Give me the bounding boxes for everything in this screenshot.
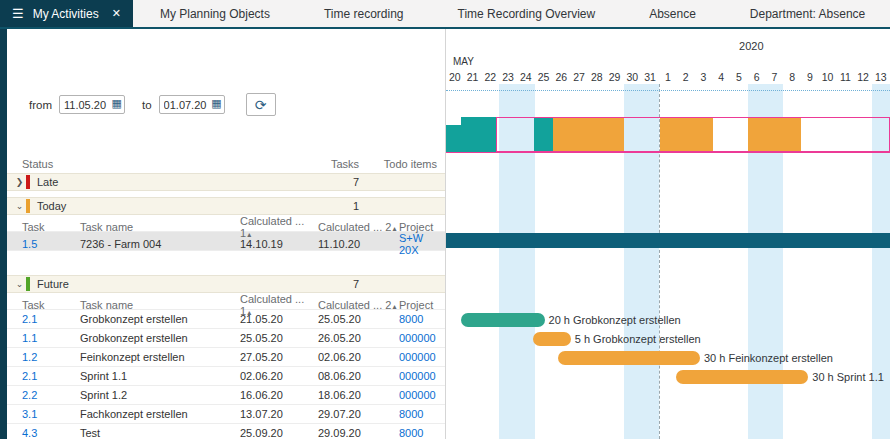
- calc2-column-header[interactable]: Calculated ... 2▴: [318, 299, 399, 311]
- group-label: Today: [30, 200, 287, 212]
- task-id-link[interactable]: 1.2: [22, 351, 80, 363]
- gantt-day-label: 6: [748, 71, 766, 83]
- tab-time-recording-overview[interactable]: Time Recording Overview: [431, 0, 623, 27]
- chevron-down-icon[interactable]: ⌄: [13, 279, 26, 289]
- calc-date-2: 18.06.20: [318, 389, 399, 401]
- calc-date-2: 29.09.20: [318, 427, 399, 439]
- tab-bar: ☰ My Activities ✕ My Planning Objects Ti…: [0, 0, 890, 29]
- gantt-bar[interactable]: [446, 233, 890, 248]
- calc-date-1: 13.07.20: [240, 408, 318, 420]
- tab-department-absence[interactable]: Department: Absence: [723, 0, 890, 27]
- gantt-body: 20 h Grobkonzept erstellen5 h Grobkonzep…: [446, 84, 890, 439]
- calc-date-1: 21.05.20: [240, 313, 318, 325]
- calc2-column-header[interactable]: Calculated ... 2▴: [318, 221, 399, 233]
- tab-time-recording[interactable]: Time recording: [297, 0, 431, 27]
- from-date-field[interactable]: ▦: [59, 95, 125, 114]
- capacity-limit-line: [446, 152, 890, 153]
- gantt-day-label: 20: [446, 71, 464, 83]
- table-column-header: Task Task name Calculated ... 1▴ Calcula…: [7, 293, 445, 310]
- gantt-panel: 2020 MAY 2021222324252627282930311234567…: [445, 29, 890, 439]
- task-id-link[interactable]: 1.1: [22, 332, 80, 344]
- calc-date-1: 14.10.19: [240, 238, 318, 250]
- activities-table: Status Tasks Todo items ❯ Late 7 ⌄ Today…: [7, 155, 445, 439]
- project-link[interactable]: 000000: [399, 332, 445, 344]
- tab-my-activities[interactable]: ☰ My Activities ✕: [0, 0, 133, 27]
- to-date-field[interactable]: ▦: [159, 95, 225, 114]
- gantt-day-label: 29: [606, 71, 624, 83]
- task-column-header: Task: [22, 299, 80, 311]
- tab-absence[interactable]: Absence: [622, 0, 723, 27]
- gantt-day-label: 5: [730, 71, 748, 83]
- gantt-day-label: 9: [801, 71, 819, 83]
- gantt-year-label: 2020: [739, 40, 763, 52]
- gantt-bar[interactable]: [676, 370, 808, 384]
- gantt-bar[interactable]: [533, 332, 571, 346]
- todo-items-column-header: Todo items: [359, 158, 437, 170]
- capacity-guide-line: [446, 90, 890, 91]
- calendar-icon[interactable]: ▦: [211, 97, 221, 110]
- project-link[interactable]: 8000: [399, 408, 445, 420]
- calc1-column-header[interactable]: Calculated ... 1▴: [240, 215, 318, 239]
- gantt-day-row: 2021222324252627282930311234567891011121…: [446, 71, 890, 83]
- table-row[interactable]: 2.2 Sprint 1.2 16.06.20 18.06.20 000000: [7, 386, 445, 405]
- table-row[interactable]: 3.1 Fachkonzept erstellen 13.07.20 29.07…: [7, 405, 445, 424]
- close-icon[interactable]: ✕: [112, 7, 121, 20]
- gantt-bar[interactable]: [461, 313, 544, 327]
- sort-ascending-icon: ▴: [392, 302, 396, 311]
- gantt-bar[interactable]: [558, 351, 700, 365]
- project-link[interactable]: 000000: [399, 351, 445, 363]
- chevron-down-icon[interactable]: ⌄: [13, 201, 26, 211]
- table-row[interactable]: 1.2 Feinkonzept erstellen 27.05.20 02.06…: [7, 348, 445, 367]
- task-name: Test: [80, 427, 240, 439]
- table-row[interactable]: 1.5 7236 - Farm 004 14.10.19 11.10.20 S+…: [7, 232, 445, 251]
- project-link[interactable]: S+W 20X: [399, 232, 445, 256]
- histogram-segment: [748, 117, 801, 152]
- group-row-late[interactable]: ❯ Late 7: [7, 173, 445, 191]
- left-accent-strip: [0, 29, 7, 439]
- table-row[interactable]: 2.1 Grobkonzept erstellen 21.05.20 25.05…: [7, 310, 445, 329]
- group-row-today[interactable]: ⌄ Today 1: [7, 197, 445, 215]
- project-link[interactable]: 8000: [399, 427, 445, 439]
- task-id-link[interactable]: 4.3: [22, 427, 80, 439]
- gantt-day-label: 12: [854, 71, 872, 83]
- tab-label: My Activities: [33, 7, 99, 21]
- calc-date-1: 25.05.20: [240, 332, 318, 344]
- tab-label: My Planning Objects: [160, 7, 270, 21]
- histogram-segment: [553, 117, 624, 152]
- calc-date-2: 02.06.20: [318, 351, 399, 363]
- task-id-link[interactable]: 3.1: [22, 408, 80, 420]
- table-row[interactable]: 1.1 Grobkonzept erstellen 25.05.20 26.05…: [7, 329, 445, 348]
- tab-my-planning-objects[interactable]: My Planning Objects: [133, 0, 297, 27]
- project-column-header: Project: [399, 299, 445, 311]
- utilization-histogram: [446, 117, 890, 152]
- histogram-segment: [534, 117, 553, 152]
- task-id-link[interactable]: 2.2: [22, 389, 80, 401]
- refresh-button[interactable]: ⟳: [246, 93, 276, 116]
- group-row-future[interactable]: ⌄ Future 7: [7, 275, 445, 293]
- gantt-day-label: 3: [695, 71, 713, 83]
- project-link[interactable]: 000000: [399, 389, 445, 401]
- histogram-segment: [446, 125, 461, 152]
- filter-bar: from ▦ to ▦ ⟳: [29, 93, 276, 116]
- status-column-header: Status: [22, 158, 279, 170]
- group-task-count: 7: [287, 278, 359, 290]
- menu-icon[interactable]: ☰: [12, 6, 24, 21]
- task-id-link[interactable]: 2.1: [22, 313, 80, 325]
- calendar-icon[interactable]: ▦: [112, 97, 122, 110]
- project-link[interactable]: 000000: [399, 370, 445, 382]
- task-name: Sprint 1.1: [80, 370, 240, 382]
- task-list-panel: from ▦ to ▦ ⟳ Status Tasks Todo items ❯ …: [7, 29, 445, 439]
- from-label: from: [29, 99, 52, 111]
- chevron-right-icon[interactable]: ❯: [13, 177, 26, 187]
- gantt-day-label: 13: [872, 71, 890, 83]
- task-id-link[interactable]: 2.1: [22, 370, 80, 382]
- task-id-link[interactable]: 1.5: [22, 238, 80, 250]
- task-name: Fachkonzept erstellen: [80, 408, 240, 420]
- gantt-day-label: 31: [641, 71, 659, 83]
- calc-date-1: 16.06.20: [240, 389, 318, 401]
- group-task-count: 7: [287, 176, 359, 188]
- gantt-day-label: 2: [677, 71, 695, 83]
- table-row[interactable]: 2.1 Sprint 1.1 02.06.20 08.06.20 000000: [7, 367, 445, 386]
- table-row[interactable]: 4.3 Test 25.09.20 29.09.20 8000: [7, 424, 445, 439]
- project-link[interactable]: 8000: [399, 313, 445, 325]
